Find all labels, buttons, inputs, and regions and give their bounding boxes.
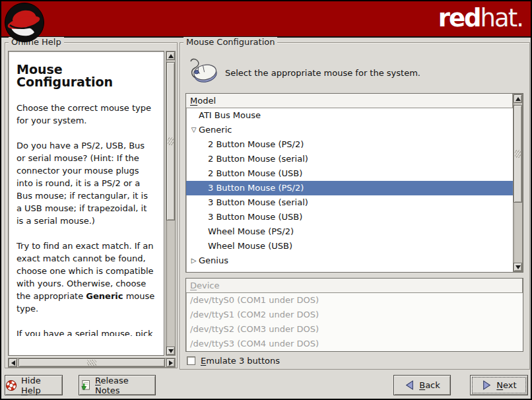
model-row-label: Genius bbox=[199, 253, 228, 268]
device-row-label: /dev/ttyS0 (COM1 under DOS) bbox=[190, 293, 319, 308]
device-list-rows: /dev/ttyS0 (COM1 under DOS) /dev/ttyS1 (… bbox=[186, 293, 523, 351]
model-row-label: Generic bbox=[199, 123, 232, 137]
arrow-down-icon bbox=[168, 349, 174, 353]
grip-icon bbox=[87, 360, 96, 366]
redhat-shadowman-logo bbox=[4, 2, 45, 43]
release-notes-label: Release Notes bbox=[95, 376, 155, 395]
scroll-up-button[interactable] bbox=[514, 94, 522, 103]
mouse-configuration-frame-label: Mouse Configuration bbox=[183, 37, 277, 48]
help-title: Mouse Configuration bbox=[17, 63, 156, 88]
brand-light-text: hat. bbox=[481, 4, 523, 32]
model-list-row[interactable]: Wheel Mouse (USB) bbox=[186, 239, 523, 253]
model-list: Model ATI Bus Mouse ▽ Generic 2 Button M… bbox=[185, 93, 523, 273]
scroll-down-button[interactable] bbox=[166, 347, 175, 355]
device-list-row: /dev/ttyS0 (COM1 under DOS) bbox=[186, 293, 523, 308]
scroll-up-button[interactable] bbox=[166, 51, 175, 60]
device-list-row: /dev/ttyS3 (COM4 under DOS) bbox=[186, 337, 523, 351]
next-label: Next bbox=[496, 380, 516, 390]
model-list-scrollbar[interactable] bbox=[513, 94, 523, 272]
life-buoy-icon bbox=[5, 380, 17, 391]
next-button[interactable]: Next bbox=[470, 375, 528, 395]
hide-help-button[interactable]: Hide Help bbox=[5, 375, 63, 395]
emulate-3-buttons-checkbox[interactable] bbox=[187, 356, 195, 365]
model-list-row[interactable]: ATI Bus Mouse bbox=[186, 108, 523, 123]
scrollbar-thumb[interactable] bbox=[166, 62, 175, 220]
model-list-row[interactable]: 2 Button Mouse (PS/2) bbox=[186, 137, 523, 152]
arrow-left-icon bbox=[11, 360, 15, 366]
device-row-label: /dev/ttyS3 (COM4 under DOS) bbox=[190, 337, 319, 351]
instruction-text: Select the appropriate mouse for the sys… bbox=[225, 68, 420, 78]
model-list-row[interactable]: 2 Button Mouse (serial) bbox=[186, 152, 523, 166]
release-notes-icon bbox=[79, 380, 91, 391]
model-row-label: 2 Button Mouse (serial) bbox=[208, 152, 308, 166]
model-list-row[interactable]: Wheel Mouse (PS/2) bbox=[186, 224, 523, 239]
mouse-icon bbox=[188, 57, 218, 84]
model-list-row[interactable]: 2 Button Mouse (USB) bbox=[186, 166, 523, 181]
mouse-configuration-frame: Mouse Configuration Select the appropria… bbox=[180, 42, 530, 370]
back-arrow-icon bbox=[404, 380, 415, 391]
arrow-up-icon bbox=[515, 97, 521, 101]
model-row-label: ATI Bus Mouse bbox=[199, 108, 261, 123]
arrow-right-icon bbox=[169, 360, 173, 366]
model-row-label: 2 Button Mouse (PS/2) bbox=[208, 137, 304, 152]
installer-window: redhat. Online Help Mouse Configuration … bbox=[0, 0, 532, 400]
emulate-3-buttons-row[interactable]: Emulate 3 buttons bbox=[187, 356, 280, 366]
next-arrow-icon bbox=[481, 380, 492, 391]
release-notes-button[interactable]: Release Notes bbox=[79, 375, 156, 395]
redhat-wordmark: redhat. bbox=[438, 4, 523, 32]
grip-icon bbox=[515, 150, 521, 158]
back-button[interactable]: Back bbox=[393, 375, 451, 395]
device-list-row: /dev/ttyS2 (COM3 under DOS) bbox=[186, 322, 523, 337]
model-list-row[interactable]: ▷ Genius bbox=[186, 253, 523, 268]
device-list: Device /dev/ttyS0 (COM1 under DOS) /dev/… bbox=[185, 278, 523, 352]
model-row-label: 3 Button Mouse (serial) bbox=[208, 195, 308, 210]
help-paragraph: Choose the correct mouse type for your s… bbox=[17, 102, 156, 127]
scroll-down-button[interactable] bbox=[514, 263, 522, 271]
model-row-label: 3 Button Mouse (USB) bbox=[208, 210, 302, 224]
device-row-label: /dev/ttyS2 (COM3 under DOS) bbox=[190, 322, 319, 337]
model-list-rows: ATI Bus Mouse ▽ Generic 2 Button Mouse (… bbox=[186, 108, 523, 268]
online-help-frame: Online Help Mouse Configuration Choose t… bbox=[5, 42, 178, 368]
device-column-header: Device bbox=[186, 279, 523, 293]
expander-icon[interactable]: ▽ bbox=[189, 123, 199, 137]
device-row-label: /dev/ttyS1 (COM2 under DOS) bbox=[190, 308, 319, 322]
emulate-3-buttons-label: Emulate 3 buttons bbox=[201, 356, 280, 366]
help-paragraph: Try to find an exact match. If an exact … bbox=[17, 240, 156, 315]
header-bar: redhat. bbox=[1, 1, 531, 38]
model-row-label: 2 Button Mouse (USB) bbox=[208, 166, 302, 181]
model-column-header[interactable]: Model bbox=[186, 94, 513, 108]
device-list-row: /dev/ttyS1 (COM2 under DOS) bbox=[186, 308, 523, 322]
arrow-down-icon bbox=[515, 265, 521, 269]
model-list-row[interactable]: ▽ Generic bbox=[186, 123, 523, 137]
help-paragraph: Do you have a PS/2, USB, Bus or serial m… bbox=[17, 139, 156, 227]
help-paragraph: If you have a serial mouse, pick bbox=[17, 327, 156, 336]
scroll-right-button[interactable] bbox=[166, 358, 175, 367]
scrollbar-thumb[interactable] bbox=[514, 105, 522, 203]
help-vertical-scrollbar[interactable] bbox=[166, 51, 176, 356]
help-horizontal-scrollbar[interactable] bbox=[8, 358, 176, 368]
brand-bold-text: red bbox=[438, 4, 481, 32]
expander-icon[interactable]: ▷ bbox=[189, 253, 199, 268]
help-paragraphs: Choose the correct mouse type for your s… bbox=[17, 102, 156, 336]
model-list-row[interactable]: 3 Button Mouse (USB) bbox=[186, 210, 523, 224]
back-label: Back bbox=[419, 380, 440, 390]
model-list-row[interactable]: 3 Button Mouse (PS/2) bbox=[186, 181, 513, 195]
model-row-label: Wheel Mouse (PS/2) bbox=[208, 224, 294, 239]
scrollbar-thumb[interactable] bbox=[18, 358, 165, 367]
scroll-left-button[interactable] bbox=[9, 358, 17, 367]
grip-icon bbox=[168, 137, 174, 145]
model-list-row[interactable]: 3 Button Mouse (serial) bbox=[186, 195, 523, 210]
hide-help-label: Hide Help bbox=[21, 376, 62, 395]
help-text-view: Mouse Configuration Choose the correct m… bbox=[8, 51, 164, 356]
model-row-label: 3 Button Mouse (PS/2) bbox=[208, 181, 304, 195]
model-row-label: Wheel Mouse (USB) bbox=[208, 239, 292, 253]
arrow-up-icon bbox=[168, 54, 174, 58]
